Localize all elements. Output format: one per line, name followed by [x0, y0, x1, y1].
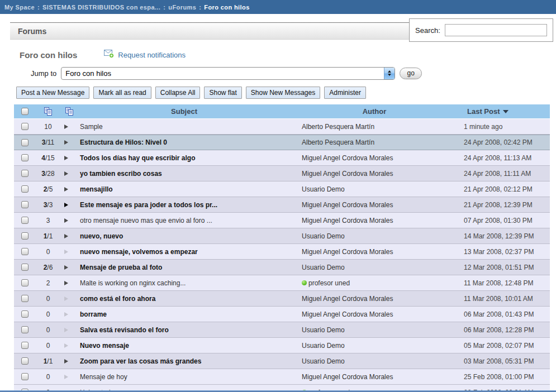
thread-subject[interactable]: nuevo, nuevo — [78, 232, 291, 240]
last-post-time: 11 Mar 2008, 10:01 AM — [458, 295, 550, 303]
thread-author: Usuario Demo — [291, 264, 458, 271]
row-checkbox[interactable] — [21, 185, 28, 193]
jump-to-select[interactable]: Foro con hilos — [61, 67, 395, 80]
message-count: 3/3 — [35, 201, 61, 209]
row-checkbox[interactable] — [21, 248, 28, 255]
toolbar-button-collapse-all[interactable]: Collapse All — [155, 87, 201, 99]
breadcrumb-item-my-space[interactable]: My Space — [4, 4, 35, 11]
expand-thread-icon[interactable] — [64, 187, 68, 192]
toolbar-button-show-flat[interactable]: Show flat — [204, 87, 241, 99]
row-checkbox[interactable] — [21, 154, 28, 161]
row-checkbox[interactable] — [21, 170, 28, 177]
toolbar-button-administer[interactable]: Administer — [324, 87, 366, 99]
breadcrumb-separator: : — [199, 4, 201, 11]
thread-subject[interactable]: Estructura de Hilos: Nivel 0 — [78, 138, 291, 146]
expand-thread-icon[interactable] — [64, 375, 68, 379]
search-input[interactable] — [445, 24, 547, 36]
toolbar-button-post-a-new-message[interactable]: Post a New Message — [16, 87, 89, 99]
expand-thread-icon[interactable] — [64, 234, 68, 238]
row-checkbox[interactable] — [21, 295, 28, 302]
select-stepper-icon — [384, 67, 395, 80]
toolbar-button-mark-all-as-read[interactable]: Mark all as read — [93, 87, 151, 99]
row-checkbox[interactable] — [21, 201, 28, 208]
row-checkbox[interactable] — [21, 326, 28, 333]
message-count: 2 — [35, 279, 61, 287]
message-count: 2/5 — [35, 185, 61, 193]
expand-thread-icon[interactable] — [64, 203, 68, 207]
select-all-checkbox[interactable] — [21, 108, 28, 115]
thread-subject[interactable]: Sample — [78, 123, 291, 131]
expand-thread-icon[interactable] — [64, 312, 68, 317]
table-row: 4/15Todos los días hay que escribir algo… — [14, 150, 550, 166]
expand-thread-icon[interactable] — [64, 281, 68, 285]
table-row: 3/11Estructura de Hilos: Nivel 0Alberto … — [14, 135, 550, 150]
thread-subject[interactable]: Zoom para ver las cosas más grandes — [78, 357, 291, 365]
column-header-last-post[interactable]: Last Post — [458, 107, 550, 116]
row-checkbox[interactable] — [21, 139, 28, 146]
row-checkbox[interactable] — [21, 232, 28, 240]
thread-subject[interactable]: Mensaje de hoy — [78, 373, 291, 381]
thread-author: Miguel Angel Cordova Morales — [291, 201, 458, 209]
row-checkbox[interactable] — [21, 310, 28, 318]
thread-subject[interactable]: como está el foro ahora — [78, 295, 291, 303]
last-post-time: 11 Mar 2008, 12:48 PM — [458, 279, 550, 287]
row-checkbox[interactable] — [21, 279, 28, 286]
toolbar-button-show-new-messages[interactable]: Show New Messages — [246, 87, 320, 99]
message-count: 1/1 — [35, 357, 61, 365]
table-row: 3otro mensaje nuevo mas que envio al for… — [14, 213, 550, 228]
table-row: 2/6Mensaje de prueba al fotoUsuario Demo… — [14, 260, 550, 275]
thread-subject[interactable]: mensajillo — [78, 185, 291, 193]
forum-toolbar: Post a New MessageMark all as readCollap… — [10, 87, 550, 99]
row-checkbox[interactable] — [21, 342, 28, 349]
thread-subject[interactable]: nuevo mensaje, volvemos a empezar — [78, 248, 291, 256]
column-header-subject[interactable]: Subject — [78, 107, 291, 116]
last-post-time: 06 Mar 2008, 01:43 PM — [458, 310, 550, 318]
expand-thread-icon[interactable] — [64, 125, 68, 129]
thread-subject[interactable]: Este mensaje es para joder a todos los p… — [78, 201, 291, 209]
message-count: 3/28 — [35, 170, 61, 178]
expand-thread-icon[interactable] — [64, 297, 68, 301]
thread-subject[interactable]: yo tambien escribo cosas — [78, 170, 291, 178]
expand-thread-icon[interactable] — [64, 343, 68, 348]
expand-thread-icon[interactable] — [64, 156, 68, 160]
row-checkbox[interactable] — [21, 217, 28, 224]
breadcrumb-item-uforums[interactable]: uForums — [168, 4, 196, 11]
last-post-time: 12 Mar 2008, 01:51 PM — [458, 264, 550, 271]
expand-thread-icon[interactable] — [64, 218, 68, 223]
last-post-time: 03 Mar 2008, 05:31 PM — [458, 357, 550, 365]
thread-subject[interactable]: otro mensaje nuevo mas que envio al foro… — [78, 217, 291, 224]
thread-subject[interactable]: Nuevo mensaje — [78, 342, 291, 350]
message-count: 10 — [35, 123, 61, 131]
row-checkbox[interactable] — [21, 264, 28, 271]
thread-subject[interactable]: Mensaje de prueba al foto — [78, 264, 291, 271]
expand-thread-icon[interactable] — [64, 265, 68, 270]
message-count: 0 — [35, 373, 61, 381]
thread-subject[interactable]: Malte is working on nginx caching... — [78, 279, 291, 287]
thread-author: Miguel Angel Cordova Morales — [291, 248, 458, 256]
mail-notification-icon — [104, 50, 115, 60]
request-notifications-link[interactable]: Request notifications — [104, 50, 186, 60]
expand-thread-icon[interactable] — [64, 171, 68, 176]
column-header-author[interactable]: Author — [291, 107, 458, 116]
table-row: 3/3Este mensaje es para joder a todos lo… — [14, 197, 550, 213]
thread-subject[interactable]: Salva está revisando el foro — [78, 326, 291, 334]
expand-thread-icon[interactable] — [64, 140, 68, 145]
jump-to-selected-value: Foro con hilos — [61, 69, 111, 78]
thread-author: Miguel Angel Cordova Morales — [291, 295, 458, 303]
expand-thread-icon[interactable] — [64, 250, 68, 254]
go-button[interactable]: go — [400, 68, 422, 79]
message-count: 2/6 — [35, 264, 61, 271]
thread-subject[interactable]: borrame — [78, 310, 291, 318]
row-checkbox[interactable] — [21, 357, 28, 365]
breadcrumb-separator: : — [37, 4, 40, 11]
row-checkbox[interactable] — [21, 373, 28, 380]
expand-thread-icon[interactable] — [64, 328, 68, 332]
table-row: 2Malte is working on nginx caching...pro… — [14, 275, 550, 291]
thread-author: Usuario Demo — [291, 185, 458, 193]
thread-subject[interactable]: Todos los días hay que escribir algo — [78, 154, 291, 162]
expand-thread-icon[interactable] — [64, 359, 68, 364]
breadcrumb-item-sistemas-distribuidos-con-espa[interactable]: SISTEMAS DISTRIBUIDOS con espa... — [42, 4, 160, 11]
request-notifications-label[interactable]: Request notifications — [118, 51, 186, 59]
thread-author: Miguel Angel Cordova Morales — [291, 373, 458, 381]
row-checkbox[interactable] — [21, 123, 28, 130]
